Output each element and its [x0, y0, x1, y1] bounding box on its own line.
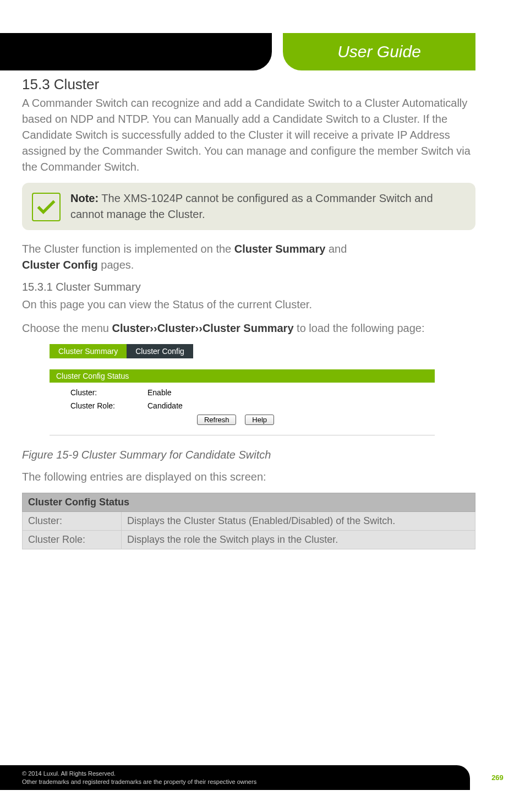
help-button[interactable]: Help [245, 415, 274, 425]
row-cluster-role: Cluster Role: Candidate [70, 401, 422, 410]
page-content: 15.3 Cluster A Commander Switch can reco… [0, 70, 525, 549]
table-r2-label: Cluster Role: [23, 531, 122, 549]
table-row: Cluster: Displays the Cluster Status (En… [23, 512, 475, 531]
table-r2-desc: Displays the role the Switch plays in th… [122, 531, 475, 549]
note-body: The XMS-1024P cannot be configured as a … [70, 192, 433, 220]
para2-post: pages. [98, 259, 134, 271]
row-cluster-label: Cluster: [70, 388, 147, 397]
footer-copyright: © 2014 Luxul. All Rights Reserved. [22, 770, 459, 777]
para2-b2: Cluster Config [22, 259, 98, 271]
panel-divider [50, 435, 435, 435]
cluster-config-table: Cluster Config Status Cluster: Displays … [22, 493, 475, 549]
panel-body: Cluster: Enable Cluster Role: Candidate … [50, 383, 435, 430]
footer-left: © 2014 Luxul. All Rights Reserved. Other… [0, 765, 470, 790]
tab-cluster-summary[interactable]: Cluster Summary [50, 344, 127, 358]
table-intro: The following entries are displayed on t… [22, 469, 475, 485]
menu-path: Choose the menu Cluster››Cluster››Cluste… [22, 320, 475, 336]
para2-b1: Cluster Summary [234, 243, 326, 255]
page-number: 269 [470, 773, 525, 782]
para2-pre: The Cluster function is implemented on t… [22, 243, 234, 255]
footer-bar: © 2014 Luxul. All Rights Reserved. Other… [0, 765, 525, 790]
banner-left-bar [0, 33, 272, 70]
row-cluster-role-label: Cluster Role: [70, 401, 147, 410]
menu-bold: Cluster››Cluster››Cluster Summary [112, 322, 293, 334]
table-header: Cluster Config Status [23, 493, 475, 512]
table-row: Cluster Role: Displays the role the Swit… [23, 531, 475, 549]
banner-right-bar: User Guide [283, 33, 475, 70]
subsection-intro: On this page you can view the Status of … [22, 297, 475, 313]
panel-header: Cluster Config Status [50, 369, 435, 383]
footer: © 2014 Luxul. All Rights Reserved. Other… [0, 765, 525, 790]
menu-post: to load the following page: [294, 322, 425, 334]
banner-title: User Guide [337, 42, 421, 61]
note-text: Note: The XMS-1024P cannot be configured… [70, 190, 466, 222]
row-cluster: Cluster: Enable [70, 388, 422, 397]
row-cluster-value: Enable [147, 388, 172, 397]
tab-cluster-config[interactable]: Cluster Config [127, 344, 193, 358]
footer-trademark: Other trademarks and registered trademar… [22, 778, 459, 786]
note-label: Note: [70, 192, 99, 204]
embedded-screenshot: Cluster Summary Cluster Config Cluster C… [50, 344, 435, 435]
section-heading: 15.3 Cluster [22, 76, 475, 93]
tabs: Cluster Summary Cluster Config [50, 344, 435, 358]
refresh-button[interactable]: Refresh [197, 415, 237, 425]
section-intro: A Commander Switch can recognize and add… [22, 95, 475, 175]
para2-mid: and [325, 243, 347, 255]
button-row: Refresh Help [50, 415, 422, 425]
para-cluster-pages: The Cluster function is implemented on t… [22, 241, 475, 273]
header-banner: User Guide [0, 33, 525, 70]
figure-caption: Figure 15-9 Cluster Summary for Candidat… [22, 449, 475, 461]
row-cluster-role-value: Candidate [147, 401, 183, 410]
table-r1-desc: Displays the Cluster Status (Enabled/Dis… [122, 512, 475, 531]
checkmark-icon [32, 193, 61, 221]
subsection-heading: 15.3.1 Cluster Summary [22, 281, 475, 293]
note-box: Note: The XMS-1024P cannot be configured… [22, 183, 475, 230]
table-r1-label: Cluster: [23, 512, 122, 531]
menu-pre: Choose the menu [22, 322, 112, 334]
